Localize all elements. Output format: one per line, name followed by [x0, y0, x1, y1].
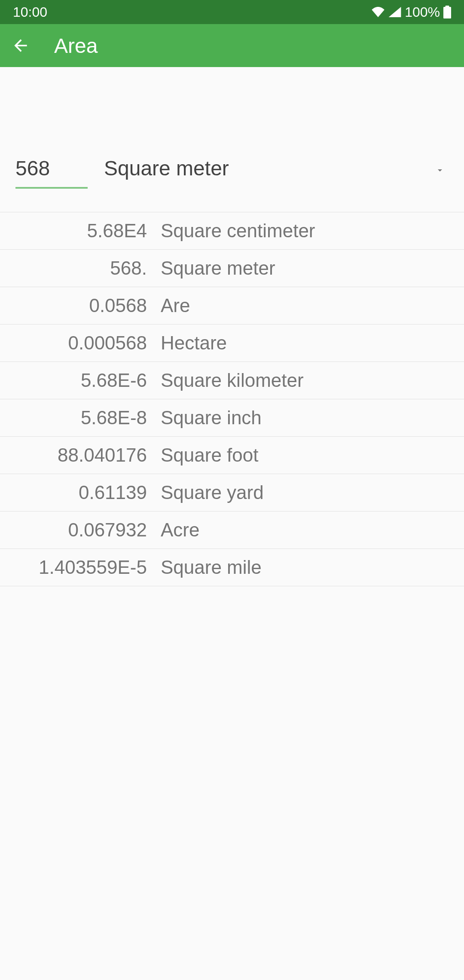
- result-row[interactable]: 0.61139Square yard: [0, 474, 464, 511]
- unit-selector[interactable]: Square meter: [104, 156, 449, 189]
- page-title: Area: [54, 34, 98, 58]
- result-value: 0.000568: [0, 332, 154, 354]
- result-unit: Hectare: [154, 332, 464, 354]
- result-unit: Square inch: [154, 407, 464, 429]
- result-value: 1.403559E-5: [0, 557, 154, 578]
- result-unit: Square foot: [154, 444, 464, 466]
- result-unit: Are: [154, 295, 464, 316]
- result-unit: Square mile: [154, 557, 464, 578]
- input-section: Square meter: [0, 153, 464, 197]
- signal-icon: [388, 7, 401, 17]
- result-unit: Square centimeter: [154, 220, 464, 242]
- result-value: 0.61139: [0, 482, 154, 503]
- svg-rect-1: [446, 6, 449, 8]
- status-bar: 10:00 100%: [0, 0, 464, 24]
- result-unit: Acre: [154, 519, 464, 541]
- result-value: 88.040176: [0, 444, 154, 466]
- result-unit: Square yard: [154, 482, 464, 503]
- back-button[interactable]: [10, 35, 31, 56]
- result-value: 5.68E4: [0, 220, 154, 242]
- time-text: 10:00: [13, 4, 47, 20]
- result-row[interactable]: 568.Square meter: [0, 250, 464, 287]
- arrow-back-icon: [11, 36, 30, 55]
- result-row[interactable]: 0.0568Are: [0, 287, 464, 325]
- app-bar: Area: [0, 24, 464, 67]
- result-value: 0.067932: [0, 519, 154, 541]
- status-time: 10:00: [13, 4, 47, 20]
- result-row[interactable]: 88.040176Square foot: [0, 437, 464, 474]
- results-list: 5.68E4Square centimeter568.Square meter0…: [0, 212, 464, 586]
- result-row[interactable]: 0.000568Hectare: [0, 325, 464, 362]
- result-value: 5.68E-6: [0, 370, 154, 391]
- result-row[interactable]: 0.067932Acre: [0, 511, 464, 549]
- selected-unit-label: Square meter: [104, 156, 229, 180]
- value-input[interactable]: [15, 153, 88, 189]
- result-row[interactable]: 5.68E-8Square inch: [0, 399, 464, 437]
- wifi-icon: [371, 7, 385, 17]
- result-value: 5.68E-8: [0, 407, 154, 429]
- result-unit: Square meter: [154, 257, 464, 279]
- battery-icon: [443, 6, 451, 18]
- result-unit: Square kilometer: [154, 370, 464, 391]
- battery-text: 100%: [405, 4, 440, 20]
- chevron-down-icon: [435, 156, 445, 180]
- result-row[interactable]: 5.68E-6Square kilometer: [0, 362, 464, 399]
- result-row[interactable]: 5.68E4Square centimeter: [0, 212, 464, 250]
- result-value: 568.: [0, 257, 154, 279]
- result-row[interactable]: 1.403559E-5Square mile: [0, 549, 464, 586]
- svg-rect-0: [443, 7, 451, 18]
- result-value: 0.0568: [0, 295, 154, 316]
- content-area: Square meter 5.68E4Square centimeter568.…: [0, 67, 464, 586]
- status-indicators: 100%: [371, 4, 451, 20]
